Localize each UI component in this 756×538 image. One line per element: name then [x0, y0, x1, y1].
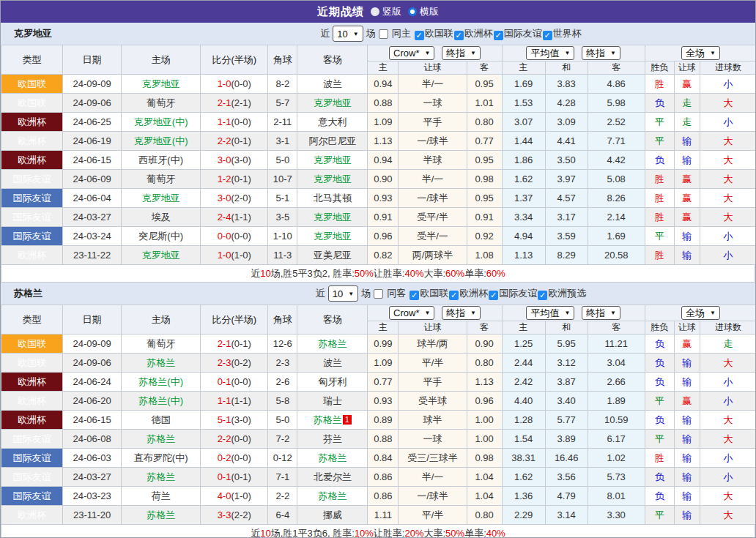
team-link[interactable]: 挪威: [323, 509, 342, 520]
team-link[interactable]: 克罗地亚: [142, 250, 180, 261]
same-venue-checkbox[interactable]: [379, 29, 388, 39]
average-odds-cell: 3.56: [545, 468, 588, 487]
competition-checkbox[interactable]: ✓: [538, 291, 547, 300]
team-link[interactable]: 直布罗陀(中): [134, 452, 188, 463]
team-link[interactable]: 克罗地亚: [314, 97, 352, 108]
team-link[interactable]: 苏格兰: [147, 357, 175, 368]
team-link[interactable]: 克罗地亚: [314, 231, 352, 242]
competition-label[interactable]: 欧洲杯: [464, 28, 493, 39]
competition-label[interactable]: 世界杯: [553, 28, 582, 39]
same-venue-label[interactable]: 同客: [387, 287, 406, 300]
competition-checkbox[interactable]: ✓: [494, 31, 503, 40]
scope-select[interactable]: 全场▼: [681, 46, 720, 60]
team-link[interactable]: 苏格兰: [147, 509, 175, 520]
team-link[interactable]: 西班牙(中): [138, 154, 183, 165]
radio-icon[interactable]: [371, 7, 379, 16]
match-date: 24-03-27: [63, 468, 122, 487]
same-venue-checkbox[interactable]: [374, 289, 383, 299]
match-count-select[interactable]: 10▼: [328, 285, 358, 302]
team-link[interactable]: 埃及: [152, 212, 171, 223]
league-badge: 欧洲杯: [1, 113, 63, 132]
team-link[interactable]: 苏格兰(中): [138, 395, 183, 406]
average-select[interactable]: 平均值▼: [526, 306, 574, 320]
team-link[interactable]: 芬兰: [323, 433, 342, 444]
average-odds-cell: 3.89: [545, 430, 588, 449]
competition-label[interactable]: 国际友谊: [499, 288, 537, 299]
competition-checkbox[interactable]: ✓: [449, 291, 459, 300]
radio-vertical-layout[interactable]: 竖版: [371, 5, 401, 18]
team-link[interactable]: 葡萄牙: [147, 173, 175, 184]
bookmaker-select[interactable]: Crow*▼: [389, 306, 434, 320]
odds-stage-select[interactable]: 终指▼: [442, 46, 481, 60]
team-link[interactable]: 苏格兰: [318, 452, 346, 463]
competition-label[interactable]: 欧国联: [425, 28, 453, 39]
away-team-cell: 克罗地亚: [297, 151, 368, 170]
team-link[interactable]: 葡萄牙: [147, 97, 175, 108]
team-link[interactable]: 波兰: [323, 78, 342, 89]
away-team-cell: 苏格兰: [297, 335, 368, 354]
home-team-cell: 克罗地亚: [122, 189, 201, 208]
home-team-cell: 苏格兰: [122, 354, 201, 373]
team-link[interactable]: 波兰: [323, 357, 342, 368]
team-link[interactable]: 荷兰: [152, 490, 171, 501]
team-link[interactable]: 匈牙利: [318, 376, 346, 387]
team-link[interactable]: 苏格兰: [147, 471, 175, 482]
competition-checkbox[interactable]: ✓: [410, 291, 419, 300]
team-link[interactable]: 克罗地亚(中): [134, 135, 188, 146]
scope-select[interactable]: 全场▼: [681, 306, 720, 320]
halftime-score: (0-1): [231, 173, 251, 184]
summary-text: 大率:: [423, 527, 445, 538]
team-link[interactable]: 北爱尔兰: [314, 471, 352, 482]
summary-text: 60%: [445, 268, 464, 279]
team-link[interactable]: 瑞士: [323, 395, 342, 406]
team-link[interactable]: 意大利: [318, 116, 346, 127]
radio-horizontal-layout[interactable]: 横版: [408, 5, 439, 18]
match-count-select[interactable]: 10▼: [333, 26, 363, 42]
radio-selected-icon[interactable]: [408, 7, 417, 16]
team-link[interactable]: 苏格兰: [318, 490, 346, 501]
team-link[interactable]: 葡萄牙: [147, 338, 175, 349]
competition-label[interactable]: 国际友谊: [504, 28, 542, 39]
team-link[interactable]: 克罗地亚: [314, 173, 352, 184]
results-table: 类型 日期 主场 比分(半场) 角球 客场 Crow*▼ 终指▼ 平均值▼ 终指…: [1, 305, 756, 525]
same-venue-label[interactable]: 同主: [392, 27, 411, 40]
team-link[interactable]: 苏格兰(中): [138, 376, 183, 387]
handicap-odds-cell: 平手: [399, 113, 467, 132]
odds-stage-select[interactable]: 终指▼: [442, 306, 481, 320]
filter-bar: 近 10▼ 场 同主 ✓欧国联✓欧洲杯✓国际友谊✓世界杯: [147, 26, 755, 42]
competition-label[interactable]: 欧洲预选: [548, 288, 586, 299]
match-date: 24-06-03: [63, 449, 122, 468]
handicap-odds-cell: 1.09: [368, 354, 399, 373]
competition-checkbox[interactable]: ✓: [543, 31, 552, 40]
team-link[interactable]: 克罗地亚: [142, 78, 180, 89]
radio-vertical-label[interactable]: 竖版: [382, 5, 401, 18]
team-link[interactable]: 突尼斯(中): [138, 231, 183, 242]
league-badge: 欧国联: [1, 75, 63, 94]
team-link[interactable]: 苏格兰: [147, 433, 175, 444]
competition-checkbox[interactable]: ✓: [489, 291, 498, 300]
corner-score: 2-11: [268, 113, 297, 132]
team-link[interactable]: 克罗地亚: [314, 154, 352, 165]
team-link[interactable]: 克罗地亚: [142, 193, 180, 203]
competition-label[interactable]: 欧洲杯: [459, 288, 488, 299]
league-badge: 欧国联: [1, 335, 63, 354]
competition-checkbox[interactable]: ✓: [454, 31, 464, 40]
avg-stage-select[interactable]: 终指▼: [582, 46, 620, 60]
competition-checkbox[interactable]: ✓: [415, 31, 424, 40]
section-header: 克罗地亚 近 10▼ 场 同主 ✓欧国联✓欧洲杯✓国际友谊✓世界杯: [1, 23, 755, 45]
average-select[interactable]: 平均值▼: [526, 46, 574, 60]
team-link[interactable]: 阿尔巴尼亚: [308, 135, 356, 146]
radio-horizontal-label[interactable]: 横版: [420, 5, 439, 18]
team-link[interactable]: 亚美尼亚: [314, 250, 352, 261]
team-link[interactable]: 克罗地亚(中): [134, 116, 188, 127]
team-link[interactable]: 北马其顿: [314, 193, 352, 203]
team-link[interactable]: 克罗地亚: [314, 212, 352, 223]
team-link[interactable]: 苏格兰: [314, 414, 342, 425]
team-link[interactable]: 苏格兰: [318, 338, 346, 349]
home-team-cell: 埃及: [122, 208, 201, 227]
avg-stage-select[interactable]: 终指▼: [582, 306, 620, 320]
competition-label[interactable]: 欧国联: [420, 288, 448, 299]
halftime-score: (2-0): [231, 193, 251, 203]
bookmaker-select[interactable]: Crow*▼: [389, 46, 434, 60]
team-link[interactable]: 德国: [152, 414, 171, 425]
